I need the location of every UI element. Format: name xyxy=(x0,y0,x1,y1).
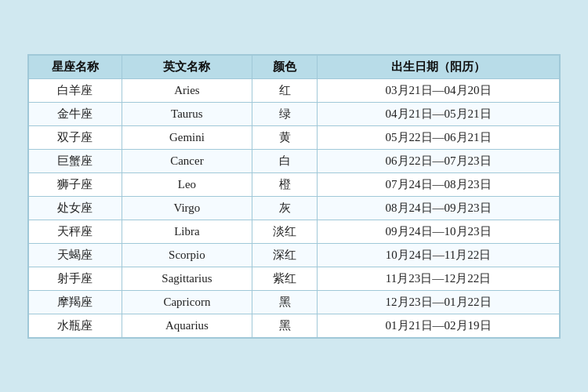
cell-color: 白 xyxy=(252,149,318,172)
table-row: 双子座Gemini黄05月22日—06月21日 xyxy=(29,125,560,149)
cell-zh: 处女座 xyxy=(29,196,122,220)
cell-zh: 金牛座 xyxy=(29,102,122,125)
table-row: 天秤座Libra淡红09月24日—10月23日 xyxy=(29,220,560,243)
cell-zh: 水瓶座 xyxy=(29,314,122,337)
cell-color: 橙 xyxy=(252,172,318,196)
cell-color: 绿 xyxy=(252,102,318,125)
cell-en: Scorpio xyxy=(122,243,252,267)
cell-en: Leo xyxy=(122,172,252,196)
cell-zh: 天蝎座 xyxy=(29,243,122,267)
cell-en: Libra xyxy=(122,220,252,243)
cell-date: 06月22日—07月23日 xyxy=(318,149,560,172)
cell-date: 04月21日—05月21日 xyxy=(318,102,560,125)
table-row: 金牛座Taurus绿04月21日—05月21日 xyxy=(29,102,560,125)
header-zh: 星座名称 xyxy=(29,55,122,78)
cell-date: 03月21日—04月20日 xyxy=(318,78,560,102)
cell-zh: 天秤座 xyxy=(29,220,122,243)
cell-color: 灰 xyxy=(252,196,318,220)
cell-en: Capricorn xyxy=(122,290,252,314)
table-row: 射手座Sagittarius紫红11月23日—12月22日 xyxy=(29,267,560,290)
cell-color: 深红 xyxy=(252,243,318,267)
cell-date: 12月23日—01月22日 xyxy=(318,290,560,314)
cell-date: 11月23日—12月22日 xyxy=(318,267,560,290)
cell-color: 黑 xyxy=(252,290,318,314)
header-color: 颜色 xyxy=(252,55,318,78)
cell-zh: 白羊座 xyxy=(29,78,122,102)
cell-color: 黑 xyxy=(252,314,318,337)
table-row: 处女座Virgo灰08月24日—09月23日 xyxy=(29,196,560,220)
cell-date: 01月21日—02月19日 xyxy=(318,314,560,337)
table-header-row: 星座名称 英文名称 颜色 出生日期（阳历） xyxy=(29,55,560,78)
header-en: 英文名称 xyxy=(122,55,252,78)
cell-zh: 巨蟹座 xyxy=(29,149,122,172)
cell-color: 淡红 xyxy=(252,220,318,243)
cell-date: 05月22日—06月21日 xyxy=(318,125,560,149)
table-row: 天蝎座Scorpio深红10月24日—11月22日 xyxy=(29,243,560,267)
cell-en: Virgo xyxy=(122,196,252,220)
cell-en: Cancer xyxy=(122,149,252,172)
cell-zh: 双子座 xyxy=(29,125,122,149)
cell-date: 07月24日—08月23日 xyxy=(318,172,560,196)
cell-color: 红 xyxy=(252,78,318,102)
cell-en: Aquarius xyxy=(122,314,252,337)
cell-date: 09月24日—10月23日 xyxy=(318,220,560,243)
header-date: 出生日期（阳历） xyxy=(318,55,560,78)
zodiac-table: 星座名称 英文名称 颜色 出生日期（阳历） 白羊座Aries红03月21日—04… xyxy=(27,54,561,339)
table-row: 白羊座Aries红03月21日—04月20日 xyxy=(29,78,560,102)
cell-zh: 狮子座 xyxy=(29,172,122,196)
cell-date: 10月24日—11月22日 xyxy=(318,243,560,267)
table-row: 水瓶座Aquarius黑01月21日—02月19日 xyxy=(29,314,560,337)
cell-zh: 射手座 xyxy=(29,267,122,290)
cell-en: Taurus xyxy=(122,102,252,125)
cell-color: 黄 xyxy=(252,125,318,149)
cell-color: 紫红 xyxy=(252,267,318,290)
cell-zh: 摩羯座 xyxy=(29,290,122,314)
table-row: 巨蟹座Cancer白06月22日—07月23日 xyxy=(29,149,560,172)
cell-en: Sagittarius xyxy=(122,267,252,290)
table-row: 狮子座Leo橙07月24日—08月23日 xyxy=(29,172,560,196)
cell-en: Gemini xyxy=(122,125,252,149)
cell-date: 08月24日—09月23日 xyxy=(318,196,560,220)
table-row: 摩羯座Capricorn黑12月23日—01月22日 xyxy=(29,290,560,314)
cell-en: Aries xyxy=(122,78,252,102)
